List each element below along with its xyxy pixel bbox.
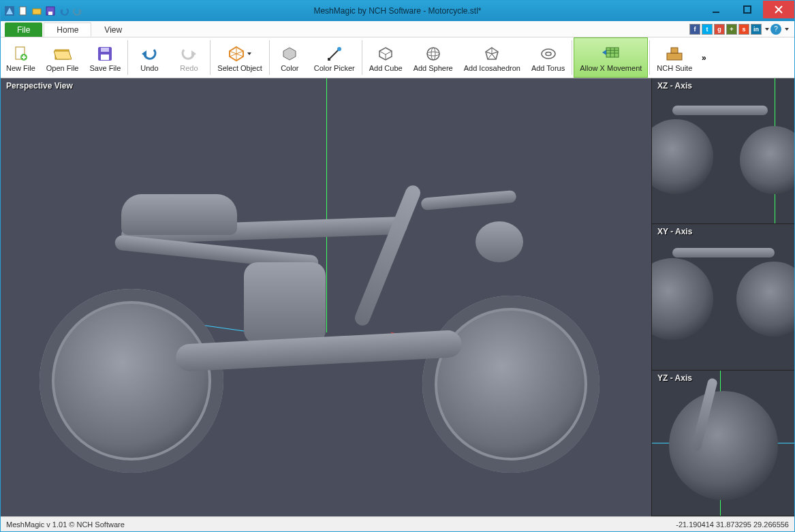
color-button[interactable]: Color — [271, 37, 309, 78]
close-button[interactable] — [763, 1, 794, 18]
file-menu[interactable]: File — [5, 22, 42, 37]
yz-viewport[interactable]: YZ - Axis — [651, 371, 794, 516]
add-cube-label: Add Cube — [369, 64, 403, 72]
svg-rect-47 — [667, 53, 682, 60]
redo-button[interactable]: Redo — [169, 37, 208, 78]
undo-icon — [140, 45, 158, 63]
add-sphere-label: Add Sphere — [414, 64, 453, 72]
svg-point-36 — [427, 52, 439, 56]
maximize-button[interactable] — [732, 1, 763, 18]
twitter-icon[interactable]: t — [702, 24, 713, 35]
status-coordinates: -21.190414 31.873295 29.266556 — [676, 520, 789, 529]
svg-rect-41 — [606, 48, 619, 57]
workspace: Perspective View XZ - Axis XY - Ax — [1, 78, 794, 516]
svg-point-40 — [546, 52, 551, 55]
xy-view-label: XY - Axis — [657, 227, 692, 236]
cube-icon — [378, 45, 393, 63]
quick-access-toolbar — [1, 5, 87, 17]
allow-x-movement-button[interactable]: Allow X Movement — [574, 37, 648, 78]
redo-icon[interactable] — [72, 5, 84, 17]
open-folder-icon — [54, 45, 72, 63]
svg-point-29 — [337, 47, 341, 51]
color-label: Color — [281, 64, 298, 72]
app-icon[interactable] — [3, 5, 16, 17]
new-file-label: New File — [6, 64, 35, 72]
perspective-viewport[interactable]: Perspective View — [1, 78, 651, 516]
status-version: MeshMagic v 1.01 © NCH Software — [6, 520, 125, 529]
xz-viewport[interactable]: XZ - Axis — [651, 78, 794, 224]
facebook-icon[interactable]: f — [689, 24, 700, 35]
svg-rect-2 — [20, 7, 26, 15]
select-object-icon — [228, 45, 251, 63]
select-object-button[interactable]: Select Object — [212, 37, 267, 78]
redo-icon — [180, 45, 198, 63]
ribbon-toolbar: New File Open File Save File Undo Redo S… — [1, 37, 794, 78]
undo-icon[interactable] — [58, 5, 70, 17]
menu-bar: File Home View f t g + s in ? — [1, 21, 794, 37]
xy-viewport[interactable]: XY - Axis — [651, 224, 794, 370]
svg-marker-17 — [54, 51, 72, 59]
open-file-icon[interactable] — [31, 5, 43, 17]
new-file-button[interactable]: New File — [1, 37, 41, 78]
yz-view-label: YZ - Axis — [657, 373, 692, 383]
svg-rect-20 — [101, 54, 109, 60]
undo-label: Undo — [140, 64, 158, 72]
new-file-icon — [12, 45, 29, 63]
grid-move-icon — [602, 45, 620, 63]
ribbon-overflow-button[interactable]: » — [698, 37, 710, 78]
svg-rect-3 — [33, 9, 41, 14]
nch-suite-button[interactable]: NCH Suite — [651, 37, 698, 78]
add-icosahedron-button[interactable]: Add Icosahedron — [458, 37, 526, 78]
svg-rect-19 — [101, 48, 109, 52]
new-file-icon[interactable] — [17, 5, 29, 17]
svg-rect-48 — [671, 48, 678, 53]
add-icosahedron-label: Add Icosahedron — [464, 64, 520, 72]
color-picker-button[interactable]: Color Picker — [309, 37, 360, 78]
status-bar: MeshMagic v 1.01 © NCH Software -21.1904… — [1, 516, 794, 531]
stumbleupon-icon[interactable]: s — [738, 24, 749, 35]
add-cube-button[interactable]: Add Cube — [364, 37, 408, 78]
svg-line-28 — [329, 50, 339, 59]
nch-suite-label: NCH Suite — [657, 64, 692, 72]
title-bar: MeshMagic by NCH Software - Motorcycle.s… — [1, 1, 794, 21]
save-file-icon[interactable] — [44, 5, 57, 17]
help-icon[interactable]: ? — [770, 24, 781, 35]
perspective-view-label: Perspective View — [6, 81, 73, 91]
nch-suite-icon — [666, 45, 683, 63]
select-object-label: Select Object — [217, 64, 262, 72]
svg-point-37 — [431, 48, 435, 60]
undo-button[interactable]: Undo — [129, 37, 169, 78]
save-file-button[interactable]: Save File — [84, 37, 127, 78]
google-plus-icon[interactable]: g — [714, 24, 725, 35]
color-icon — [282, 45, 297, 63]
minimize-button[interactable] — [700, 1, 732, 18]
window-controls — [700, 1, 794, 21]
sphere-icon — [426, 45, 441, 63]
window-title: MeshMagic by NCH Software - Motorcycle.s… — [1, 6, 794, 16]
tab-home[interactable]: Home — [44, 22, 91, 37]
color-picker-icon — [326, 45, 343, 63]
svg-marker-27 — [283, 48, 296, 60]
linkedin-icon[interactable]: in — [751, 24, 762, 35]
svg-rect-30 — [328, 58, 330, 61]
svg-point-35 — [427, 48, 439, 60]
share-icon[interactable]: + — [726, 24, 737, 35]
add-torus-label: Add Torus — [531, 64, 565, 72]
add-sphere-button[interactable]: Add Sphere — [408, 37, 458, 78]
tab-view[interactable]: View — [91, 22, 135, 37]
color-picker-label: Color Picker — [314, 64, 355, 72]
xz-view-label: XZ - Axis — [657, 81, 692, 91]
svg-marker-46 — [602, 50, 606, 55]
icosahedron-icon — [484, 45, 499, 63]
svg-line-33 — [386, 51, 392, 54]
model-3d-view — [40, 201, 599, 473]
social-dropdown-icon[interactable] — [765, 28, 769, 31]
add-torus-button[interactable]: Add Torus — [526, 37, 570, 78]
svg-rect-9 — [744, 6, 751, 13]
help-dropdown-icon[interactable] — [785, 28, 789, 31]
svg-rect-8 — [713, 12, 719, 13]
torus-icon — [540, 45, 557, 63]
open-file-label: Open File — [46, 64, 79, 72]
social-bar: f t g + s in ? — [689, 21, 794, 37]
open-file-button[interactable]: Open File — [41, 37, 84, 78]
